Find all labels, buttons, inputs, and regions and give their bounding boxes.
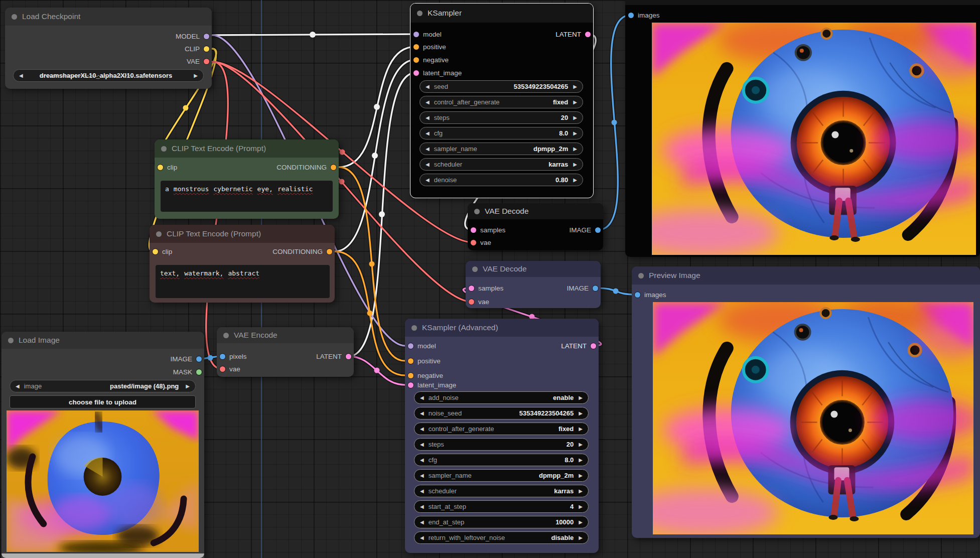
- increment-arrow-icon[interactable]: ▶: [579, 473, 583, 478]
- conditioning-output-dot[interactable]: [327, 249, 332, 254]
- latent-output-dot[interactable]: [591, 343, 596, 349]
- collapse-dot-icon[interactable]: [474, 209, 480, 214]
- model-output-dot[interactable]: [204, 34, 209, 39]
- image-output-dot[interactable]: [196, 356, 202, 362]
- decrement-arrow-icon[interactable]: ◀: [426, 131, 430, 136]
- collapse-dot-icon[interactable]: [161, 146, 167, 152]
- output-mask[interactable]: MASK: [173, 367, 202, 377]
- input-pixels[interactable]: pixels: [220, 351, 247, 362]
- increment-arrow-icon[interactable]: ▶: [573, 84, 577, 89]
- increment-arrow-icon[interactable]: ▶: [573, 131, 577, 136]
- prompt-textarea[interactable]: amonstrouscyberneticeye,realistic: [161, 181, 333, 212]
- output-conditioning[interactable]: CONDITIONING: [272, 246, 332, 257]
- input-vae[interactable]: vae: [220, 364, 240, 374]
- node-titlebar[interactable]: [625, 0, 980, 5]
- increment-arrow-icon[interactable]: ▶: [579, 489, 583, 494]
- model-input-dot[interactable]: [413, 32, 419, 37]
- output-image[interactable]: IMAGE: [567, 283, 598, 294]
- negative-input-dot[interactable]: [413, 57, 419, 63]
- output-latent[interactable]: LATENT: [316, 351, 351, 362]
- node-titlebar[interactable]: KSampler: [410, 4, 593, 23]
- widget-sampler-name[interactable]: ◀sampler_namedpmpp_2m▶: [419, 143, 583, 155]
- latent-output-dot[interactable]: [346, 354, 351, 359]
- clip-input-dot[interactable]: [153, 249, 158, 254]
- latent-output-dot[interactable]: [585, 32, 591, 37]
- input-images[interactable]: images: [628, 10, 660, 21]
- node-vae-encode[interactable]: VAE Encode pixels vae LATENT: [217, 327, 354, 377]
- node-titlebar[interactable]: VAE Decode: [468, 203, 603, 219]
- increment-arrow-icon[interactable]: ▶: [579, 411, 583, 416]
- node-titlebar[interactable]: KSampler (Advanced): [405, 319, 599, 337]
- combo-right-arrow-icon[interactable]: ▶: [186, 384, 190, 389]
- input-clip[interactable]: clip: [153, 246, 172, 257]
- node-ksampler[interactable]: KSampler model positive negative latent_…: [410, 4, 593, 198]
- node-titlebar[interactable]: VAE Encode: [217, 327, 354, 343]
- node-image-output-top[interactable]: images: [625, 0, 980, 257]
- latent-input-dot[interactable]: [413, 70, 419, 76]
- decrement-arrow-icon[interactable]: ◀: [420, 489, 424, 494]
- input-model[interactable]: model: [408, 341, 436, 351]
- input-negative[interactable]: negative: [413, 55, 449, 65]
- combo-right-arrow-icon[interactable]: ▶: [194, 73, 198, 78]
- widget-denoise[interactable]: ◀denoise0.80▶: [419, 174, 583, 186]
- node-vae-decode-mid[interactable]: VAE Decode samples vae IMAGE: [466, 261, 601, 308]
- input-latent-image[interactable]: latent_image: [408, 380, 456, 390]
- increment-arrow-icon[interactable]: ▶: [573, 115, 577, 120]
- widget-end-at-step[interactable]: ◀end_at_step10000▶: [414, 516, 589, 528]
- collapse-dot-icon[interactable]: [417, 11, 423, 16]
- collapse-dot-icon[interactable]: [156, 231, 162, 237]
- vae-input-dot[interactable]: [471, 240, 476, 245]
- node-clip-text-encode-negative[interactable]: CLIP Text Encode (Prompt) clip CONDITION…: [150, 225, 335, 303]
- increment-arrow-icon[interactable]: ▶: [579, 535, 583, 540]
- samples-input-dot[interactable]: [471, 227, 476, 233]
- increment-arrow-icon[interactable]: ▶: [579, 458, 583, 463]
- widget-start-at-step[interactable]: ◀start_at_step4▶: [414, 500, 589, 513]
- increment-arrow-icon[interactable]: ▶: [573, 147, 577, 152]
- decrement-arrow-icon[interactable]: ◀: [420, 442, 424, 447]
- conditioning-output-dot[interactable]: [331, 165, 336, 170]
- combo-left-arrow-icon[interactable]: ◀: [19, 73, 23, 78]
- widget-noise-seed[interactable]: ◀noise_seed535349223504265▶: [414, 407, 589, 420]
- latent-input-dot[interactable]: [408, 382, 413, 388]
- output-latent[interactable]: LATENT: [561, 341, 596, 351]
- output-latent[interactable]: LATENT: [555, 29, 591, 40]
- node-titlebar[interactable]: CLIP Text Encode (Prompt): [155, 140, 339, 158]
- decrement-arrow-icon[interactable]: ◀: [420, 504, 424, 509]
- widget-return-with-leftover-noise[interactable]: ◀return_with_leftover_noisedisable▶: [414, 531, 589, 544]
- image-output-dot[interactable]: [595, 227, 601, 233]
- collapse-dot-icon[interactable]: [8, 338, 14, 343]
- node-load-checkpoint[interactable]: Load Checkpoint MODEL CLIP VAE ◀ dreamsh…: [5, 8, 212, 89]
- combo-left-arrow-icon[interactable]: ◀: [16, 384, 20, 389]
- decrement-arrow-icon[interactable]: ◀: [426, 147, 430, 152]
- increment-arrow-icon[interactable]: ▶: [573, 100, 577, 105]
- input-latent-image[interactable]: latent_image: [413, 68, 462, 78]
- decrement-arrow-icon[interactable]: ◀: [420, 427, 424, 432]
- mask-output-dot[interactable]: [196, 369, 202, 375]
- widget-cfg[interactable]: ◀cfg8.0▶: [414, 454, 589, 466]
- positive-input-dot[interactable]: [408, 358, 413, 364]
- clip-output-dot[interactable]: [204, 46, 209, 52]
- increment-arrow-icon[interactable]: ▶: [579, 442, 583, 447]
- input-images[interactable]: images: [635, 290, 666, 300]
- negative-input-dot[interactable]: [408, 373, 413, 378]
- widget-control-after-generate[interactable]: ◀control_after_generatefixed▶: [414, 423, 589, 435]
- increment-arrow-icon[interactable]: ▶: [579, 520, 583, 525]
- widget-steps[interactable]: ◀steps20▶: [414, 438, 589, 451]
- widget-scheduler[interactable]: ◀schedulerkarras▶: [419, 158, 583, 171]
- output-conditioning[interactable]: CONDITIONING: [276, 162, 336, 173]
- vae-output-dot[interactable]: [204, 59, 209, 64]
- node-graph-canvas[interactable]: Load Checkpoint MODEL CLIP VAE ◀ dreamsh…: [0, 0, 980, 558]
- positive-input-dot[interactable]: [413, 44, 419, 50]
- widget-control-after-generate[interactable]: ◀control_after_generatefixed▶: [419, 96, 583, 108]
- increment-arrow-icon[interactable]: ▶: [573, 162, 577, 167]
- decrement-arrow-icon[interactable]: ◀: [420, 535, 424, 540]
- increment-arrow-icon[interactable]: ▶: [579, 427, 583, 432]
- output-image[interactable]: IMAGE: [170, 354, 202, 364]
- node-clip-text-encode-positive[interactable]: CLIP Text Encode (Prompt) clip CONDITION…: [155, 140, 339, 219]
- collapse-dot-icon[interactable]: [638, 273, 644, 278]
- input-clip[interactable]: clip: [158, 162, 177, 173]
- image-filename-combo[interactable]: ◀ image pasted/image (48).png ▶: [10, 380, 196, 392]
- images-input-dot[interactable]: [635, 292, 640, 298]
- input-negative[interactable]: negative: [408, 370, 443, 381]
- vae-input-dot[interactable]: [469, 299, 474, 305]
